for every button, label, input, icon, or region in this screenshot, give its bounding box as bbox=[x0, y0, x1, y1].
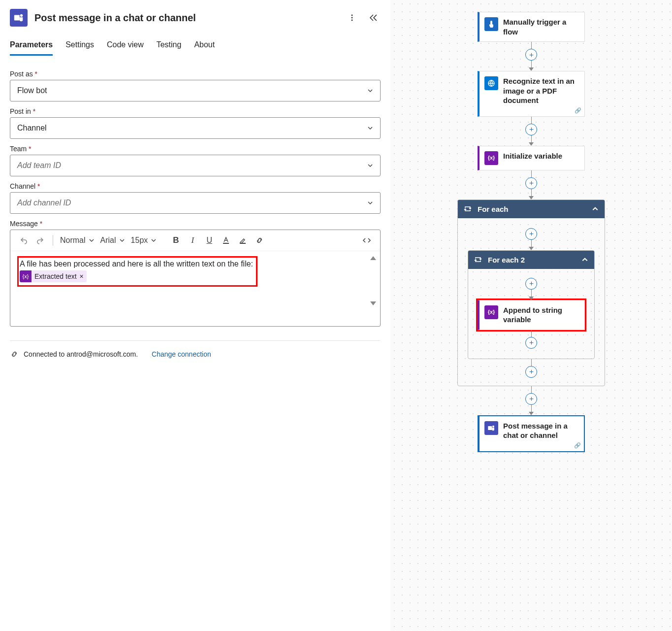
scroll-down-icon[interactable] bbox=[370, 301, 376, 305]
team-label: Team bbox=[10, 145, 381, 153]
highlight-button[interactable] bbox=[235, 233, 250, 248]
loop-icon bbox=[474, 256, 482, 264]
scrollbar[interactable] bbox=[370, 256, 376, 305]
connection-icon bbox=[10, 350, 19, 359]
add-step-button[interactable]: ＋ bbox=[525, 177, 537, 189]
channel-label: Channel bbox=[10, 182, 381, 190]
for-each-2-header[interactable]: For each 2 bbox=[468, 251, 594, 269]
bold-button[interactable]: B bbox=[168, 233, 183, 248]
link-button[interactable] bbox=[252, 233, 267, 248]
chevron-down-icon bbox=[367, 200, 373, 206]
step-label: Manually trigger a flow bbox=[503, 17, 579, 36]
flow-step-append[interactable]: {x} Append to string variable bbox=[478, 300, 585, 330]
editor-body[interactable]: A file has been processed and here is al… bbox=[10, 251, 380, 326]
rich-text-editor: Normal Arial 15px B I U A file has been … bbox=[10, 230, 381, 327]
connection-text: Connected to antrod@microsoft.com. bbox=[24, 350, 138, 358]
add-step-button[interactable]: ＋ bbox=[525, 228, 537, 240]
for-each-header[interactable]: For each bbox=[458, 200, 605, 218]
flow-step-trigger[interactable]: Manually trigger a flow bbox=[478, 12, 585, 42]
flow-step-init-var[interactable]: {x} Initialize variable bbox=[478, 146, 585, 170]
svg-rect-0 bbox=[14, 15, 20, 21]
svg-point-4 bbox=[352, 20, 353, 21]
redo-button[interactable] bbox=[33, 233, 48, 248]
post-in-value: Channel bbox=[17, 124, 47, 133]
step-label: Initialize variable bbox=[503, 151, 562, 161]
font-select[interactable]: Arial bbox=[98, 234, 127, 247]
channel-select[interactable]: Add channel ID bbox=[10, 192, 381, 214]
post-in-select[interactable]: Channel bbox=[10, 117, 381, 139]
tab-bar: Parameters Settings Code view Testing Ab… bbox=[10, 40, 381, 56]
post-as-value: Flow bot bbox=[17, 86, 47, 95]
panel-title: Post message in a chat or channel bbox=[34, 12, 338, 24]
post-as-label: Post as bbox=[10, 70, 381, 78]
link-icon: 🔗 bbox=[574, 442, 581, 449]
more-button[interactable] bbox=[345, 11, 359, 25]
svg-point-8 bbox=[492, 425, 494, 427]
touch-icon bbox=[484, 17, 498, 31]
undo-button[interactable] bbox=[16, 233, 31, 248]
svg-point-1 bbox=[20, 14, 23, 17]
dynamic-token[interactable]: {x} Extracted text × bbox=[20, 270, 87, 282]
for-each-container: For each ＋ For each 2 ＋ bbox=[457, 199, 605, 386]
svg-point-3 bbox=[352, 17, 353, 19]
tab-code-view[interactable]: Code view bbox=[107, 40, 144, 56]
teams-icon bbox=[10, 9, 28, 27]
add-step-button[interactable]: ＋ bbox=[525, 278, 537, 290]
step-label: For each bbox=[478, 205, 509, 213]
chevron-up-icon[interactable] bbox=[592, 205, 599, 212]
post-in-label: Post in bbox=[10, 107, 381, 115]
size-select[interactable]: 15px bbox=[129, 234, 159, 247]
add-step-button[interactable]: ＋ bbox=[525, 124, 537, 135]
connection-row: Connected to antrod@microsoft.com. Chang… bbox=[10, 350, 381, 359]
add-step-button[interactable]: ＋ bbox=[525, 393, 537, 405]
code-view-button[interactable] bbox=[359, 233, 374, 248]
font-color-button[interactable] bbox=[219, 233, 233, 248]
add-step-button[interactable]: ＋ bbox=[525, 49, 537, 61]
highlighted-region: A file has been processed and here is al… bbox=[17, 256, 257, 287]
teams-icon bbox=[484, 421, 498, 435]
chevron-down-icon bbox=[367, 88, 373, 94]
scroll-up-icon[interactable] bbox=[370, 256, 376, 260]
team-select[interactable]: Add team ID bbox=[10, 155, 381, 176]
message-label: Message bbox=[10, 220, 381, 228]
chevron-down-icon bbox=[367, 125, 373, 131]
message-text: A file has been processed and here is al… bbox=[20, 260, 253, 268]
action-config-panel: Post message in a chat or channel Parame… bbox=[0, 0, 390, 631]
add-step-button[interactable]: ＋ bbox=[525, 337, 537, 349]
loop-icon bbox=[464, 205, 472, 213]
panel-header: Post message in a chat or channel bbox=[10, 9, 381, 38]
tab-parameters[interactable]: Parameters bbox=[10, 40, 53, 56]
chevron-up-icon[interactable] bbox=[581, 256, 588, 263]
change-connection-link[interactable]: Change connection bbox=[152, 350, 211, 358]
for-each-2-container: For each 2 ＋ {x} Append to string variab… bbox=[468, 250, 595, 359]
italic-button[interactable]: I bbox=[185, 233, 200, 248]
underline-button[interactable]: U bbox=[202, 233, 217, 248]
tab-about[interactable]: About bbox=[194, 40, 215, 56]
step-label: Recognize text in an image or a PDF docu… bbox=[503, 76, 579, 105]
step-label: Append to string variable bbox=[503, 305, 579, 325]
token-remove[interactable]: × bbox=[80, 272, 87, 280]
team-placeholder: Add team ID bbox=[17, 161, 61, 170]
svg-rect-5 bbox=[223, 243, 229, 244]
variable-icon: {x} bbox=[484, 305, 498, 319]
flow-step-recognize[interactable]: Recognize text in an image or a PDF docu… bbox=[478, 71, 585, 117]
divider bbox=[10, 340, 381, 341]
ai-icon bbox=[484, 76, 498, 90]
tab-settings[interactable]: Settings bbox=[65, 40, 94, 56]
form: Post as Flow bot Post in Channel Team Ad… bbox=[10, 70, 381, 327]
step-label: For each 2 bbox=[488, 256, 525, 264]
add-step-button[interactable]: ＋ bbox=[525, 366, 537, 378]
editor-toolbar: Normal Arial 15px B I U bbox=[10, 230, 380, 251]
step-label: Post message in a chat or channel bbox=[503, 421, 579, 440]
post-as-select[interactable]: Flow bot bbox=[10, 80, 381, 101]
collapse-button[interactable] bbox=[366, 10, 381, 25]
fx-icon: {x} bbox=[20, 270, 32, 282]
variable-icon: {x} bbox=[484, 151, 498, 165]
flow-canvas[interactable]: Manually trigger a flow ＋ Recognize text… bbox=[390, 0, 672, 631]
flow-step-post-message[interactable]: Post message in a chat or channel 🔗 bbox=[478, 415, 585, 452]
tab-testing[interactable]: Testing bbox=[157, 40, 182, 56]
svg-rect-7 bbox=[488, 426, 492, 430]
token-label: Extracted text bbox=[32, 271, 80, 281]
channel-placeholder: Add channel ID bbox=[17, 199, 71, 207]
style-select[interactable]: Normal bbox=[58, 234, 96, 247]
